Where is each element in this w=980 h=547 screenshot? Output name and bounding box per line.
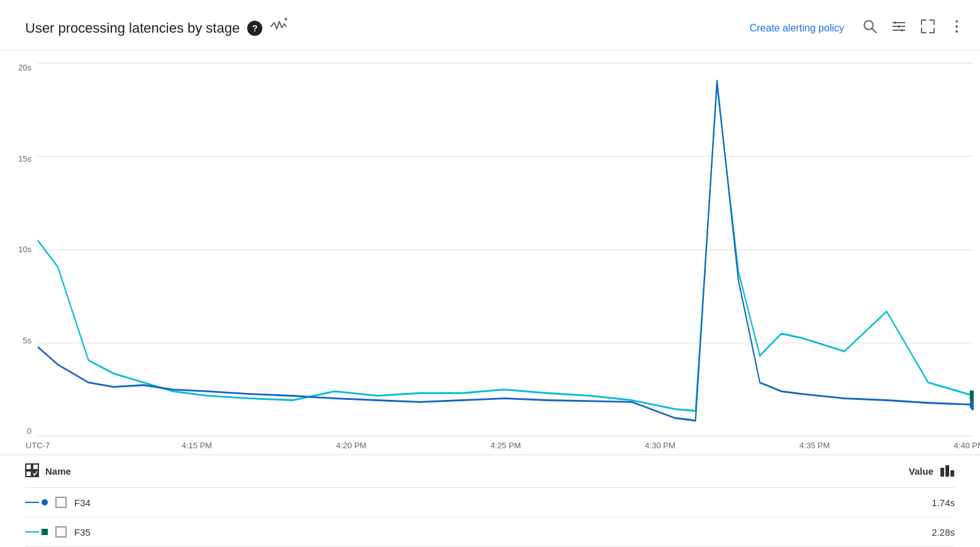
chart-plot: UTC-7 4:15 PM 4:20 PM 4:25 PM 4:30 PM 4:… — [38, 57, 974, 455]
legend-row-f35: F35 2.28s — [25, 517, 955, 547]
chart-area: 20s 15s 10s 5s 0 — [0, 50, 980, 455]
svg-point-10 — [955, 20, 958, 23]
anomaly-detection-icon[interactable] — [270, 18, 287, 38]
svg-rect-20 — [945, 465, 949, 477]
legend-header: Name Value — [25, 455, 955, 488]
chart-title: User processing latencies by stage — [25, 20, 240, 36]
chart-svg — [38, 63, 974, 436]
legend-value-col: Value — [909, 463, 955, 480]
legend-row-f34-name: F34 — [25, 497, 905, 508]
x-axis: UTC-7 4:15 PM 4:20 PM 4:25 PM 4:30 PM 4:… — [38, 436, 974, 455]
f34-line-indicator — [25, 499, 48, 506]
y-label-5: 5s — [23, 336, 31, 345]
svg-rect-21 — [950, 470, 954, 477]
x-label-435: 4:35 PM — [799, 441, 830, 450]
f35-name-text: F35 — [74, 527, 91, 538]
legend-name-header: Name — [45, 466, 71, 477]
search-icon[interactable] — [862, 18, 878, 38]
f35-dot-square — [42, 529, 48, 535]
fullscreen-icon[interactable] — [920, 18, 936, 38]
legend-icon — [25, 463, 39, 479]
y-axis: 20s 15s 10s 5s 0 — [0, 57, 38, 455]
create-alerting-policy-link[interactable]: Create alerting policy — [750, 23, 844, 34]
svg-line-3 — [872, 28, 877, 33]
legend-name-col: Name — [25, 463, 909, 479]
toolbar-icons — [862, 18, 965, 38]
chart-container: User processing latencies by stage ? Cre… — [0, 0, 980, 547]
svg-point-12 — [955, 30, 958, 33]
more-options-icon[interactable] — [949, 18, 965, 38]
f34-checkbox[interactable] — [55, 497, 67, 508]
f35-checkbox[interactable] — [55, 526, 67, 538]
legend-row-f35-name: F35 — [25, 526, 905, 538]
x-label-415: 4:15 PM — [182, 441, 212, 450]
x-label-430: 4:30 PM — [645, 441, 675, 450]
f34-name-text: F34 — [74, 497, 91, 508]
filter-icon[interactable] — [891, 18, 907, 38]
y-label-20: 20s — [18, 63, 31, 72]
chart-header: User processing latencies by stage ? Cre… — [0, 0, 980, 50]
y-label-0: 0 — [27, 426, 31, 436]
x-label-425: 4:25 PM — [491, 441, 521, 450]
legend-row-f34: F34 1.74s — [25, 488, 955, 517]
x-label-420: 4:20 PM — [336, 441, 366, 450]
f35-value: 2.28s — [905, 527, 955, 538]
help-icon[interactable]: ? — [247, 21, 262, 36]
svg-point-11 — [955, 25, 958, 28]
f35-line-dash — [25, 531, 39, 533]
y-label-10: 10s — [18, 245, 31, 254]
svg-rect-16 — [33, 464, 38, 470]
f34-dot-circle — [42, 499, 48, 506]
legend: Name Value F — [0, 455, 980, 547]
svg-rect-17 — [26, 471, 31, 477]
legend-value-header: Value — [909, 466, 933, 477]
svg-rect-14 — [970, 390, 974, 401]
f34-value: 1.74s — [905, 497, 955, 508]
y-label-15: 15s — [18, 154, 31, 163]
svg-rect-15 — [26, 464, 31, 470]
column-chart-icon[interactable] — [940, 463, 955, 480]
f35-line-indicator — [25, 529, 48, 535]
x-label-utc: UTC-7 — [26, 441, 50, 450]
x-label-440: 4:40 PM — [954, 441, 980, 450]
svg-rect-19 — [940, 468, 944, 477]
f34-line-dash — [25, 502, 39, 503]
